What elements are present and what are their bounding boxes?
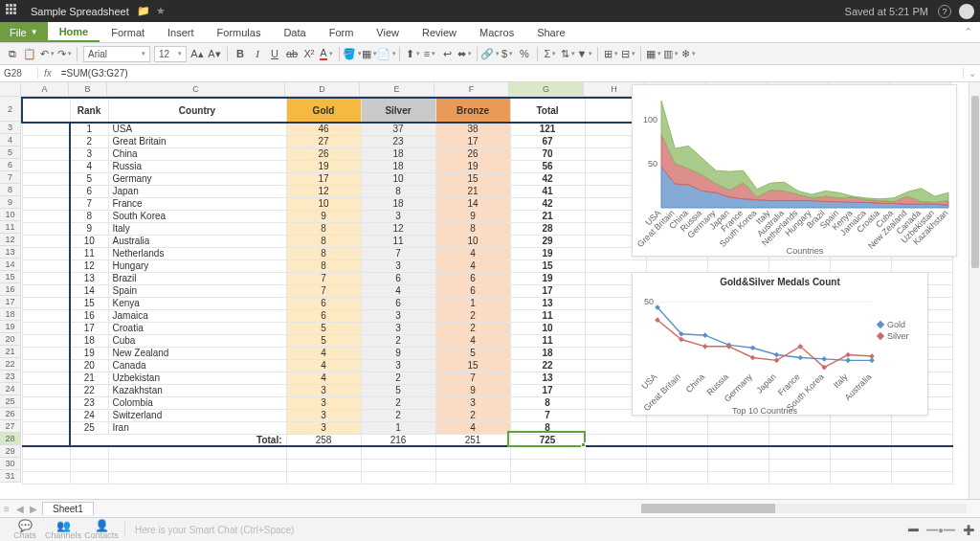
cell[interactable]: 8: [286, 235, 361, 247]
cell[interactable]: [108, 446, 286, 459]
cell[interactable]: [22, 421, 70, 434]
cell[interactable]: [768, 421, 830, 434]
undo-icon[interactable]: ↶: [40, 47, 54, 60]
cell[interactable]: 8: [435, 222, 510, 235]
row-header-14[interactable]: 14: [0, 259, 21, 271]
row-header-6[interactable]: 6: [0, 159, 21, 171]
cell[interactable]: 12: [361, 222, 435, 235]
cell[interactable]: 3: [286, 409, 361, 421]
cell[interactable]: [22, 347, 70, 359]
cell[interactable]: [22, 272, 70, 284]
menu-tab-formulas[interactable]: Formulas: [206, 22, 273, 42]
cell[interactable]: [22, 210, 70, 222]
row-header-30[interactable]: 30: [0, 458, 21, 470]
cell[interactable]: [707, 446, 768, 459]
row-header-17[interactable]: 17: [0, 296, 21, 308]
font-increase-icon[interactable]: A▴: [190, 47, 204, 60]
cell[interactable]: [22, 123, 70, 135]
conditional-format-icon[interactable]: ▦: [647, 47, 660, 60]
collapse-ribbon-icon[interactable]: ⌃: [956, 22, 980, 42]
cell[interactable]: [435, 459, 510, 471]
cell[interactable]: Kazakhstan: [108, 384, 286, 396]
merge-cells-icon[interactable]: ⬌: [457, 47, 471, 60]
cell[interactable]: 9: [435, 210, 510, 222]
cell[interactable]: Iran: [108, 421, 286, 434]
cell[interactable]: [22, 322, 70, 334]
cell[interactable]: 3: [286, 396, 361, 409]
table-format-icon[interactable]: ▥: [664, 47, 678, 60]
cell[interactable]: 11: [70, 247, 108, 259]
cell[interactable]: Russia: [108, 160, 286, 172]
cell[interactable]: 258: [286, 434, 361, 446]
cell[interactable]: 3: [70, 147, 108, 160]
row-header-22[interactable]: 22: [0, 358, 21, 371]
cell[interactable]: Colombia: [108, 396, 286, 409]
cell[interactable]: 22: [510, 359, 585, 372]
cell[interactable]: [585, 446, 646, 459]
cell[interactable]: 4: [70, 160, 108, 172]
cell[interactable]: 9: [435, 384, 510, 396]
cell[interactable]: 2: [361, 409, 435, 421]
percent-icon[interactable]: %: [518, 47, 531, 60]
cell[interactable]: 19: [435, 160, 510, 172]
cell[interactable]: [891, 471, 952, 484]
cell[interactable]: 67: [510, 135, 585, 147]
cell-reference[interactable]: G28: [0, 68, 38, 79]
cell[interactable]: 4: [435, 421, 510, 434]
cell[interactable]: 21: [435, 185, 510, 197]
cell[interactable]: 17: [510, 384, 585, 396]
cell[interactable]: 9: [361, 347, 435, 359]
cell[interactable]: 19: [70, 347, 108, 359]
menu-tab-insert[interactable]: Insert: [156, 22, 206, 42]
cell[interactable]: 8: [286, 247, 361, 259]
cell[interactable]: 4: [361, 284, 435, 297]
cell[interactable]: [22, 235, 70, 247]
cell[interactable]: Uzbekistan: [108, 372, 286, 384]
cell[interactable]: [646, 459, 707, 471]
panel-chats[interactable]: 💬Chats: [6, 520, 44, 540]
horizontal-scrollbar[interactable]: [641, 504, 967, 513]
cell[interactable]: 4: [286, 347, 361, 359]
redo-icon[interactable]: ↷: [57, 47, 71, 60]
col-header-B[interactable]: B: [69, 82, 107, 97]
cell[interactable]: 17: [70, 322, 108, 334]
cell[interactable]: [22, 372, 70, 384]
cell[interactable]: 70: [510, 147, 585, 160]
cell[interactable]: [22, 284, 70, 297]
row-header-24[interactable]: 24: [0, 383, 21, 395]
row-header-15[interactable]: 15: [0, 271, 21, 283]
cell[interactable]: [830, 459, 891, 471]
borders-button[interactable]: ▦: [363, 47, 376, 60]
cell[interactable]: 13: [510, 372, 585, 384]
cell[interactable]: [435, 446, 510, 459]
cell[interactable]: 17: [510, 284, 585, 297]
number-format-icon[interactable]: $: [501, 47, 514, 60]
cell[interactable]: [891, 446, 952, 459]
cell[interactable]: 6: [361, 297, 435, 309]
cell[interactable]: 9: [286, 210, 361, 222]
apps-grid-icon[interactable]: [6, 4, 21, 19]
cell[interactable]: 5: [286, 334, 361, 347]
cell[interactable]: [585, 421, 646, 434]
cell[interactable]: [108, 459, 286, 471]
cell[interactable]: 6: [361, 272, 435, 284]
cell[interactable]: [646, 421, 707, 434]
cell[interactable]: [830, 434, 891, 446]
row-header-5[interactable]: 5: [0, 147, 21, 159]
cell[interactable]: Bronze: [435, 98, 510, 123]
cell[interactable]: 21: [70, 372, 108, 384]
cell[interactable]: [22, 172, 70, 185]
cell[interactable]: [22, 434, 70, 446]
chart-area-stacked[interactable]: 50100USAGreat BritainChinaRussiaGermanyJ…: [632, 84, 957, 257]
cell[interactable]: 8: [510, 421, 585, 434]
cell[interactable]: [22, 359, 70, 372]
cell[interactable]: 2: [435, 409, 510, 421]
cell[interactable]: Jamaica: [108, 309, 286, 322]
cell[interactable]: [22, 396, 70, 409]
col-header-D[interactable]: D: [285, 82, 360, 97]
cell[interactable]: [510, 459, 585, 471]
chart-line[interactable]: Gold&Silver Medals Count 50USAGreat Brit…: [632, 272, 928, 416]
underline-button[interactable]: U: [268, 47, 281, 60]
cell[interactable]: 2: [435, 322, 510, 334]
cell[interactable]: 17: [286, 172, 361, 185]
